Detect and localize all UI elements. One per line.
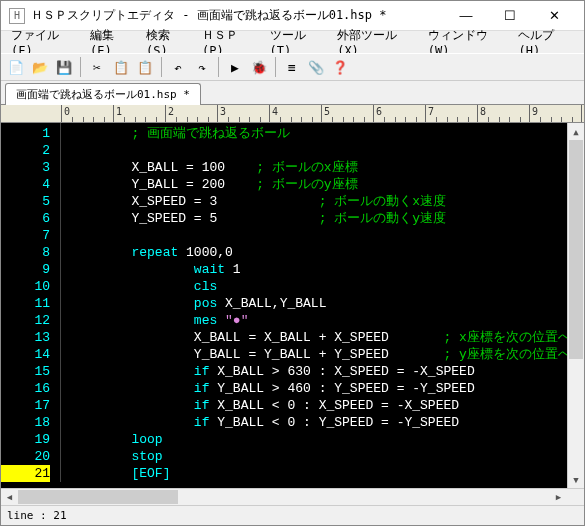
status-line: line : 21	[7, 509, 67, 522]
ruler-tick: 1	[113, 105, 165, 122]
ruler-tick: 0	[61, 105, 113, 122]
token-ident: X_BALL = 100	[69, 160, 256, 175]
token-str: "●"	[225, 313, 248, 328]
code-line[interactable]: X_BALL = X_BALL + X_SPEED ; x座標を次の位置へ進める	[69, 329, 567, 346]
line-number[interactable]: 20	[1, 448, 50, 465]
toolbar-button-5[interactable]: 📋	[110, 56, 132, 78]
toolbar-button-16[interactable]: ❓	[329, 56, 351, 78]
line-number[interactable]: 18	[1, 414, 50, 431]
toolbar-button-4[interactable]: ✂	[86, 56, 108, 78]
toolbar-button-1[interactable]: 📂	[29, 56, 51, 78]
editor-area: 123456789101112131415161718192021 ; 画面端で…	[1, 123, 584, 488]
code-line[interactable]: X_BALL = 100 ; ボールのx座標	[69, 159, 567, 176]
code-line[interactable]: wait 1	[69, 261, 567, 278]
code-line[interactable]: Y_BALL = Y_BALL + Y_SPEED ; y座標を次の位置へ進める	[69, 346, 567, 363]
toolbar-button-6[interactable]: 📋	[134, 56, 156, 78]
token-kw: stop	[131, 449, 162, 464]
toolbar-button-12[interactable]: 🐞	[248, 56, 270, 78]
line-number[interactable]: 2	[1, 142, 50, 159]
line-number[interactable]: 8	[1, 244, 50, 261]
line-number[interactable]: 4	[1, 176, 50, 193]
code-line[interactable]: X_SPEED = 3 ; ボールの動くx速度	[69, 193, 567, 210]
code-line[interactable]: repeat 1000,0	[69, 244, 567, 261]
token-ident	[69, 296, 194, 311]
token-ident: 1	[225, 262, 241, 277]
code-line[interactable]: if Y_BALL < 0 : Y_SPEED = -Y_SPEED	[69, 414, 567, 431]
line-number[interactable]: 13	[1, 329, 50, 346]
code-line[interactable]	[69, 227, 567, 244]
token-comment: ; 画面端で跳ね返るボール	[131, 126, 290, 141]
code-line[interactable]: mes "●"	[69, 312, 567, 329]
code-line[interactable]: if X_BALL > 630 : X_SPEED = -X_SPEED	[69, 363, 567, 380]
line-number[interactable]: 17	[1, 397, 50, 414]
scroll-up-icon[interactable]: ▲	[568, 123, 584, 140]
ruler-tick: 5	[321, 105, 373, 122]
scroll-left-icon[interactable]: ◀	[1, 489, 18, 505]
token-ident: Y_BALL = 200	[69, 177, 256, 192]
line-number[interactable]: 3	[1, 159, 50, 176]
token-kw: loop	[131, 432, 162, 447]
token-comment: ; ボールの動くx速度	[319, 194, 446, 209]
code-line[interactable]: Y_SPEED = 5 ; ボールの動くy速度	[69, 210, 567, 227]
line-number[interactable]: 11	[1, 295, 50, 312]
code-line[interactable]: pos X_BALL,Y_BALL	[69, 295, 567, 312]
horizontal-scrollbar[interactable]: ◀ ▶	[1, 488, 584, 505]
token-ident: X_BALL < 0 : X_SPEED = -X_SPEED	[209, 398, 459, 413]
token-ident	[69, 126, 131, 141]
ruler-tick: 3	[217, 105, 269, 122]
line-number[interactable]: 16	[1, 380, 50, 397]
token-ident: 1000,0	[178, 245, 233, 260]
ruler-tick: 2	[165, 105, 217, 122]
code-line[interactable]: cls	[69, 278, 567, 295]
token-kw: if	[194, 398, 210, 413]
line-number[interactable]: 21	[1, 465, 50, 482]
toolbar: 📄📂💾✂📋📋↶↷▶🐞≡📎❓	[1, 53, 584, 81]
toolbar-button-9[interactable]: ↷	[191, 56, 213, 78]
scroll-thumb-v[interactable]	[569, 140, 583, 359]
scroll-thumb-h[interactable]	[18, 490, 178, 504]
toolbar-button-14[interactable]: ≡	[281, 56, 303, 78]
line-number[interactable]: 7	[1, 227, 50, 244]
statusbar: line : 21	[1, 505, 584, 525]
vertical-scrollbar[interactable]: ▲ ▼	[567, 123, 584, 488]
toolbar-button-15[interactable]: 📎	[305, 56, 327, 78]
ruler-tick: 9	[529, 105, 581, 122]
toolbar-button-11[interactable]: ▶	[224, 56, 246, 78]
code-line[interactable]: stop	[69, 448, 567, 465]
line-number[interactable]: 10	[1, 278, 50, 295]
token-comment: ; ボールのx座標	[256, 160, 357, 175]
code-line[interactable]: if X_BALL < 0 : X_SPEED = -X_SPEED	[69, 397, 567, 414]
token-kw: repeat	[131, 245, 178, 260]
token-kw: if	[194, 381, 210, 396]
code-editor[interactable]: ; 画面端で跳ね返るボール X_BALL = 100 ; ボールのx座標 Y_B…	[61, 123, 567, 488]
line-number[interactable]: 15	[1, 363, 50, 380]
line-number[interactable]: 19	[1, 431, 50, 448]
document-tab[interactable]: 画面端で跳ね返るボール01.hsp *	[5, 83, 201, 105]
token-ident: Y_SPEED = 5	[69, 211, 319, 226]
token-comment: ; y座標を次の位置へ進める	[443, 347, 567, 362]
code-line[interactable]	[69, 142, 567, 159]
line-number-gutter[interactable]: 123456789101112131415161718192021	[1, 123, 61, 482]
line-number[interactable]: 6	[1, 210, 50, 227]
code-line[interactable]: Y_BALL = 200 ; ボールのy座標	[69, 176, 567, 193]
token-ident	[69, 245, 131, 260]
code-line[interactable]: loop	[69, 431, 567, 448]
line-number[interactable]: 1	[1, 125, 50, 142]
code-line[interactable]: [EOF]	[69, 465, 567, 482]
scroll-down-icon[interactable]: ▼	[568, 471, 584, 488]
toolbar-separator	[218, 57, 219, 77]
code-line[interactable]: ; 画面端で跳ね返るボール	[69, 125, 567, 142]
token-eof: [EOF]	[131, 466, 170, 481]
token-ident: X_BALL = X_BALL + X_SPEED	[69, 330, 443, 345]
line-number[interactable]: 9	[1, 261, 50, 278]
toolbar-button-2[interactable]: 💾	[53, 56, 75, 78]
token-ident: X_BALL > 630 : X_SPEED = -X_SPEED	[209, 364, 474, 379]
scroll-right-icon[interactable]: ▶	[550, 489, 567, 505]
toolbar-button-0[interactable]: 📄	[5, 56, 27, 78]
token-ident: X_SPEED = 3	[69, 194, 319, 209]
line-number[interactable]: 12	[1, 312, 50, 329]
code-line[interactable]: if Y_BALL > 460 : Y_SPEED = -Y_SPEED	[69, 380, 567, 397]
line-number[interactable]: 14	[1, 346, 50, 363]
toolbar-button-8[interactable]: ↶	[167, 56, 189, 78]
line-number[interactable]: 5	[1, 193, 50, 210]
